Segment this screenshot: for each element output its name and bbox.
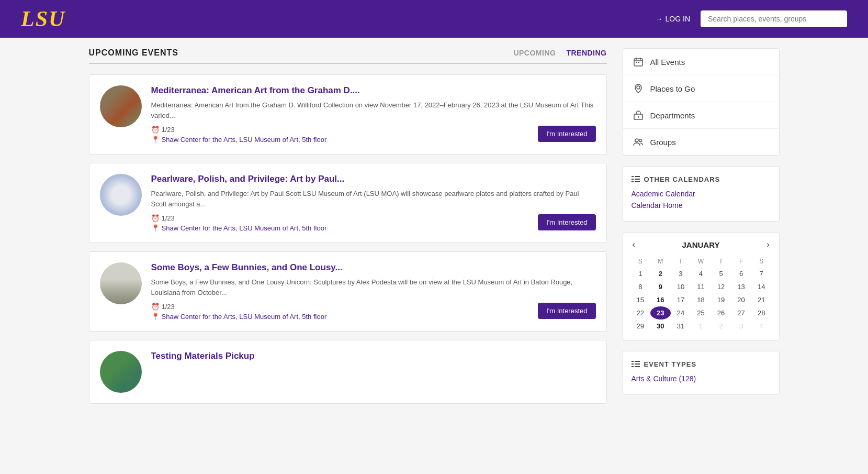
mini-calendar: ‹ JANUARY › S M T W T F S 123 — [623, 232, 780, 340]
event-card-2: Pearlware, Polish, and Privilege: Art by… — [89, 163, 607, 243]
interested-button-3[interactable]: I'm Interested — [538, 303, 595, 319]
cal-day-2-5[interactable]: 20 — [731, 293, 751, 306]
cal-day-2-1[interactable]: 16 — [650, 293, 671, 306]
cal-day-2-3[interactable]: 18 — [691, 293, 711, 306]
sidebar-item-departments[interactable]: Departments — [623, 102, 779, 129]
clock-icon-2: ⏰ — [151, 214, 160, 222]
cal-day-4-6[interactable]: 4 — [751, 319, 772, 333]
svg-point-6 — [637, 86, 640, 89]
cal-day-3-0[interactable]: 22 — [630, 306, 651, 319]
cal-day-1-1[interactable]: 9 — [650, 280, 671, 293]
sidebar-item-label-groups: Groups — [650, 138, 676, 147]
event-meta-left-2: ⏰ 1/23 📍 Shaw Center for the Arts, LSU M… — [151, 214, 327, 232]
cal-day-3-6[interactable]: 28 — [751, 306, 772, 319]
cal-day-4-2[interactable]: 31 — [671, 319, 691, 333]
cal-header-f: F — [731, 256, 751, 267]
event-thumb-image-4 — [100, 351, 142, 393]
event-title-3[interactable]: Some Boys, a Few Bunnies, and One Lousy.… — [151, 262, 596, 273]
location-icon-3: 📍 — [151, 313, 160, 321]
svg-rect-17 — [632, 361, 634, 362]
cal-day-1-2[interactable]: 10 — [671, 280, 691, 293]
event-location-1: 📍 Shaw Center for the Arts, LSU Museum o… — [151, 136, 327, 144]
calendar-icon — [633, 56, 644, 68]
interested-button-1[interactable]: I'm Interested — [538, 126, 595, 142]
event-thumbnail-1 — [100, 85, 142, 127]
cal-day-4-1[interactable]: 30 — [650, 319, 671, 333]
svg-rect-15 — [632, 181, 634, 182]
calendar-home-link[interactable]: Calendar Home — [632, 201, 771, 210]
event-title-2[interactable]: Pearlware, Polish, and Privilege: Art by… — [151, 174, 596, 184]
tab-upcoming[interactable]: UPCOMING — [513, 49, 556, 57]
event-thumb-image-1 — [100, 85, 142, 127]
sidebar-item-places[interactable]: Places to Go — [623, 75, 779, 102]
cal-day-0-1[interactable]: 2 — [650, 267, 671, 280]
clock-icon-1: ⏰ — [151, 126, 160, 134]
calendar-days-header: S M T W T F S — [630, 256, 772, 267]
cal-day-3-3[interactable]: 25 — [691, 306, 711, 319]
svg-rect-22 — [635, 366, 640, 367]
cal-day-3-1[interactable]: 23 — [650, 306, 671, 319]
cal-day-2-4[interactable]: 19 — [711, 293, 731, 306]
svg-rect-12 — [635, 176, 640, 177]
cal-day-0-6[interactable]: 7 — [751, 267, 772, 280]
search-input[interactable] — [701, 10, 847, 27]
login-button[interactable]: → LOG IN — [656, 15, 690, 23]
svg-rect-21 — [632, 366, 634, 367]
event-types-icon — [632, 360, 640, 368]
calendar-prev-button[interactable]: ‹ — [630, 240, 637, 249]
cal-day-0-3[interactable]: 4 — [691, 267, 711, 280]
cal-day-0-5[interactable]: 6 — [731, 267, 751, 280]
cal-day-3-2[interactable]: 24 — [671, 306, 691, 319]
event-location-3: 📍 Shaw Center for the Arts, LSU Museum o… — [151, 313, 327, 321]
event-card-3: Some Boys, a Few Bunnies, and One Lousy.… — [89, 251, 607, 332]
event-types-section: EVENT TYPES Arts & Culture (128) — [623, 351, 780, 395]
svg-point-9 — [635, 139, 638, 142]
svg-rect-11 — [632, 176, 634, 177]
svg-rect-19 — [632, 363, 634, 365]
calendar-grid: S M T W T F S 12345678910111213141516171… — [630, 256, 772, 333]
location-icon-1: 📍 — [151, 136, 160, 144]
cal-day-4-4[interactable]: 2 — [711, 319, 731, 333]
sidebar-item-label-all-events: All Events — [650, 58, 685, 67]
svg-point-10 — [639, 139, 641, 142]
cal-day-3-4[interactable]: 26 — [711, 306, 731, 319]
cal-day-3-5[interactable]: 27 — [731, 306, 751, 319]
cal-day-4-5[interactable]: 3 — [731, 319, 751, 333]
academic-calendar-link[interactable]: Academic Calendar — [632, 190, 771, 198]
cal-day-0-4[interactable]: 5 — [711, 267, 731, 280]
event-meta-left-3: ⏰ 1/23 📍 Shaw Center for the Arts, LSU M… — [151, 303, 327, 321]
cal-day-2-6[interactable]: 21 — [751, 293, 772, 306]
cal-day-2-0[interactable]: 15 — [630, 293, 651, 306]
calendar-week-3: 15161718192021 — [630, 293, 772, 306]
event-title-4[interactable]: Testing Materials Pickup — [151, 351, 596, 361]
cal-day-4-0[interactable]: 29 — [630, 319, 651, 333]
event-meta-left-1: ⏰ 1/23 📍 Shaw Center for the Arts, LSU M… — [151, 126, 327, 144]
calendar-next-button[interactable]: › — [764, 240, 771, 249]
interested-button-2[interactable]: I'm Interested — [538, 214, 595, 230]
cal-day-1-0[interactable]: 8 — [630, 280, 651, 293]
calendar-week-4: 22232425262728 — [630, 306, 772, 319]
event-meta-2: ⏰ 1/23 📍 Shaw Center for the Arts, LSU M… — [151, 214, 596, 232]
cal-day-2-2[interactable]: 17 — [671, 293, 691, 306]
cal-day-4-3[interactable]: 1 — [691, 319, 711, 333]
calendar-body: 1234567891011121314151617181920212223242… — [630, 267, 772, 333]
main-container: UPCOMING EVENTS UPCOMING TRENDING Medite… — [68, 38, 801, 423]
content-area: UPCOMING EVENTS UPCOMING TRENDING Medite… — [89, 48, 607, 412]
cal-day-1-5[interactable]: 13 — [731, 280, 751, 293]
arts-culture-link[interactable]: Arts & Culture (128) — [632, 374, 771, 383]
cal-day-1-3[interactable]: 11 — [691, 280, 711, 293]
sidebar-item-groups[interactable]: Groups — [623, 129, 779, 155]
cal-day-1-6[interactable]: 14 — [751, 280, 772, 293]
event-date-2: ⏰ 1/23 — [151, 214, 327, 222]
page-header: UPCOMING EVENTS UPCOMING TRENDING — [89, 48, 607, 64]
event-title-1[interactable]: Mediterranea: American Art from the Grah… — [151, 85, 596, 96]
calendar-week-1: 1234567 — [630, 267, 772, 280]
cal-day-1-4[interactable]: 12 — [711, 280, 731, 293]
cal-day-0-0[interactable]: 1 — [630, 267, 651, 280]
sidebar-item-all-events[interactable]: All Events — [623, 49, 779, 75]
event-desc-1: Mediterranea: American Art from the Grah… — [151, 100, 596, 120]
cal-day-0-2[interactable]: 3 — [671, 267, 691, 280]
event-thumbnail-3 — [100, 262, 142, 304]
svg-rect-18 — [635, 361, 640, 362]
tab-trending[interactable]: TRENDING — [566, 49, 606, 57]
